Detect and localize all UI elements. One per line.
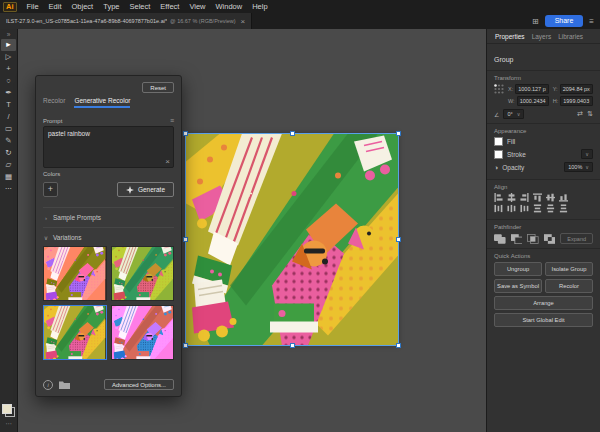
caret-down-icon: ∨	[517, 111, 521, 117]
variation-1[interactable]	[43, 246, 107, 301]
variation-4[interactable]	[111, 305, 175, 360]
fill-stroke-swatch[interactable]	[2, 404, 15, 417]
reset-button[interactable]: Reset	[142, 82, 174, 93]
reference-point-locator[interactable]	[494, 84, 504, 94]
selection-tool-icon[interactable]: ►	[1, 39, 16, 51]
menu-window[interactable]: Window	[211, 0, 248, 13]
distribute-middle-vertical-icon[interactable]	[546, 204, 555, 213]
recolor-button[interactable]: Recolor	[545, 279, 593, 293]
menu-file[interactable]: File	[22, 0, 44, 13]
align-bottom-icon[interactable]	[559, 193, 568, 202]
selection-handle-middle-left[interactable]	[183, 237, 188, 242]
rectangle-tool-icon[interactable]: ▭	[1, 123, 16, 135]
distribute-center-horizontal-icon[interactable]	[507, 204, 516, 213]
opacity-select[interactable]: 100% ∨	[564, 162, 593, 172]
menu-effect[interactable]: Effect	[155, 0, 184, 13]
menu-view[interactable]: View	[184, 0, 210, 13]
selection-handle-top-left[interactable]	[183, 131, 188, 136]
flip-horizontal-icon[interactable]: ⇄	[577, 110, 583, 118]
distribute-right-icon[interactable]	[520, 204, 529, 213]
pathfinder-unite-icon[interactable]	[494, 234, 506, 244]
menu-type[interactable]: Type	[98, 0, 124, 13]
scale-tool-icon[interactable]: ▱	[1, 159, 16, 171]
menu-help[interactable]: Help	[247, 0, 272, 13]
tab-recolor[interactable]: Recolor	[43, 97, 65, 108]
folder-icon[interactable]	[59, 380, 70, 389]
pen-tool-icon[interactable]: ✒	[1, 87, 16, 99]
fill-color-swatch[interactable]	[494, 137, 503, 146]
distribute-top-icon[interactable]	[533, 204, 542, 213]
selection-handle-top-right[interactable]	[396, 131, 401, 136]
tab-close-icon[interactable]: ×	[241, 17, 246, 26]
type-tool-icon[interactable]: T	[1, 99, 16, 111]
prompt-clear-icon[interactable]: ×	[165, 157, 170, 166]
align-top-icon[interactable]	[533, 193, 542, 202]
tab-layers[interactable]: Layers	[532, 33, 552, 40]
tools-overflow-icon[interactable]: »	[1, 30, 16, 39]
generate-button[interactable]: Generate	[117, 182, 174, 197]
align-center-horizontal-icon[interactable]	[507, 193, 516, 202]
stroke-label[interactable]: Stroke	[507, 151, 526, 158]
menu-object[interactable]: Object	[67, 0, 99, 13]
variation-3[interactable]	[43, 305, 107, 360]
direct-selection-tool-icon[interactable]: ▷	[1, 51, 16, 63]
x-label: X:	[508, 86, 513, 92]
align-middle-vertical-icon[interactable]	[546, 193, 555, 202]
pathfinder-minus-front-icon[interactable]	[511, 234, 523, 244]
x-input[interactable]: 1000.127 p	[515, 84, 549, 94]
artwork-image[interactable]	[186, 134, 398, 345]
appearance-title: Appearance	[494, 128, 593, 134]
tab-properties[interactable]: Properties	[495, 33, 525, 40]
magic-wand-tool-icon[interactable]: +	[1, 63, 16, 75]
sample-prompts-row[interactable]: › Sample Prompts	[43, 212, 174, 223]
tab-generative-recolor[interactable]: Generative Recolor	[74, 97, 130, 108]
prompt-input[interactable]: pastel rainbow ×	[43, 126, 174, 168]
stroke-color-swatch[interactable]	[494, 150, 503, 159]
paintbrush-tool-icon[interactable]: ✎	[1, 135, 16, 147]
isolate-group-button[interactable]: Isolate Group	[545, 262, 593, 276]
selection-handle-top-middle[interactable]	[290, 131, 295, 136]
artboard[interactable]	[186, 134, 398, 345]
variation-2[interactable]	[111, 246, 175, 301]
selection-handle-bottom-middle[interactable]	[290, 343, 295, 348]
menu-select[interactable]: Select	[124, 0, 155, 13]
align-left-icon[interactable]	[494, 193, 503, 202]
width-input[interactable]: 1000.2434	[517, 96, 549, 106]
y-input[interactable]: 2094.84 px	[560, 84, 593, 94]
pathfinder-exclude-icon[interactable]	[544, 234, 556, 244]
edit-toolbar-icon[interactable]: ⋯	[1, 419, 16, 428]
line-segment-tool-icon[interactable]: /	[1, 111, 16, 123]
mesh-tool-icon[interactable]: ▦	[1, 171, 16, 183]
selection-handle-middle-right[interactable]	[396, 237, 401, 242]
start-global-edit-button[interactable]: Start Global Edit	[494, 313, 593, 327]
selection-handle-bottom-left[interactable]	[183, 343, 188, 348]
workspace-switcher-icon[interactable]: ⊞	[532, 17, 539, 26]
selection-handle-bottom-right[interactable]	[396, 343, 401, 348]
align-right-icon[interactable]	[520, 193, 529, 202]
distribute-bottom-icon[interactable]	[559, 204, 568, 213]
height-input[interactable]: 1999.0403	[560, 96, 593, 106]
menu-edit[interactable]: Edit	[44, 0, 67, 13]
info-icon[interactable]: i	[43, 380, 53, 390]
rotate-tool-icon[interactable]: ↻	[1, 147, 16, 159]
tab-libraries[interactable]: Libraries	[558, 33, 583, 40]
document-tab[interactable]: ILST-27.9.0-en_US-c0785ac1-11ea-47a6-89b…	[0, 13, 252, 29]
opacity-label[interactable]: Opacity	[502, 164, 524, 171]
ungroup-button[interactable]: Ungroup	[494, 262, 542, 276]
arrange-button[interactable]: Arrange	[494, 296, 593, 310]
lasso-tool-icon[interactable]: ○	[1, 75, 16, 87]
prompt-menu-icon[interactable]: ≡	[170, 117, 174, 124]
more-tools-icon[interactable]: ⋯	[1, 183, 16, 195]
save-as-symbol-button[interactable]: Save as Symbol	[494, 279, 542, 293]
advanced-options-button[interactable]: Advanced Options...	[104, 379, 174, 390]
rotate-angle-select[interactable]: 0° ∨	[503, 109, 524, 119]
stroke-weight-stepper[interactable]: ∨	[581, 149, 593, 159]
expand-button[interactable]: Expand	[560, 233, 593, 244]
variations-row[interactable]: ∨ Variations	[43, 232, 174, 243]
distribute-left-icon[interactable]	[494, 204, 503, 213]
pathfinder-intersect-icon[interactable]	[527, 234, 539, 244]
share-button[interactable]: Share	[545, 15, 584, 27]
panel-menu-icon[interactable]: ≡	[589, 17, 594, 26]
add-color-button[interactable]: +	[43, 182, 58, 197]
flip-vertical-icon[interactable]: ⇅	[587, 110, 593, 118]
